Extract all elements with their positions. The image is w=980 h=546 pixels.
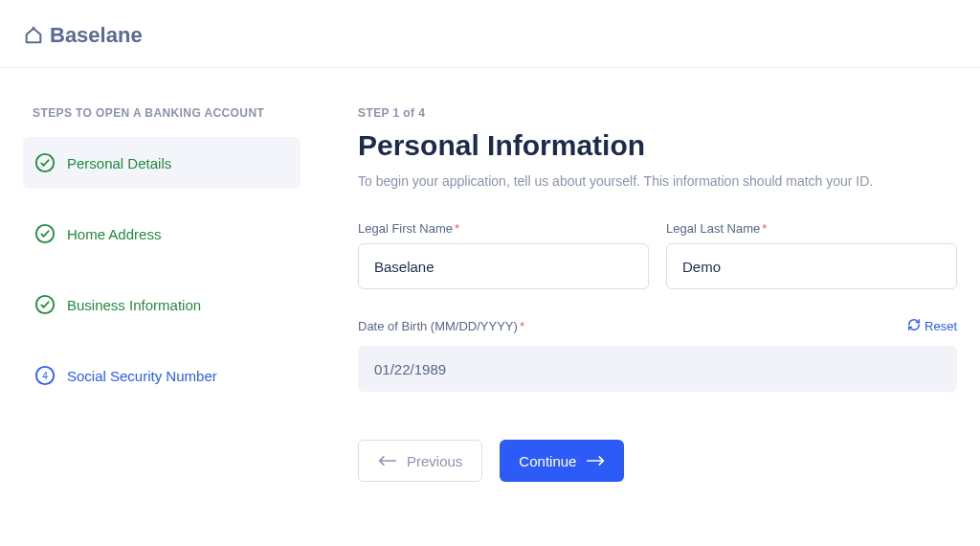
page-title: Personal Information [358, 129, 957, 162]
step-home-address[interactable]: Home Address [23, 208, 301, 260]
dob-label: Date of Birth (MM/DD/YYYY)* [358, 319, 524, 333]
check-circle-icon [34, 223, 56, 244]
first-name-input[interactable] [358, 243, 649, 289]
dob-input[interactable] [358, 346, 957, 392]
form-content: STEP 1 of 4 Personal Information To begi… [358, 106, 957, 482]
check-circle-icon [34, 152, 56, 173]
first-name-field: Legal First Name* [358, 221, 649, 289]
last-name-label: Legal Last Name* [666, 221, 957, 236]
dob-header: Date of Birth (MM/DD/YYYY)* Reset [358, 318, 957, 334]
page-subtitle: To begin your application, tell us about… [358, 173, 957, 189]
last-name-field: Legal Last Name* [666, 221, 957, 289]
continue-label: Continue [519, 453, 576, 469]
step-label: Personal Details [67, 155, 171, 171]
nav-buttons: Previous Continue [358, 440, 957, 482]
reset-button[interactable]: Reset [907, 318, 957, 334]
name-row: Legal First Name* Legal Last Name* [358, 221, 957, 289]
refresh-icon [907, 318, 921, 334]
first-name-label: Legal First Name* [358, 221, 649, 236]
step-list: Personal Details Home Address [23, 137, 301, 401]
previous-label: Previous [407, 453, 462, 469]
dob-block: Date of Birth (MM/DD/YYYY)* Reset [358, 318, 957, 392]
arrow-left-icon [378, 453, 397, 469]
previous-button[interactable]: Previous [358, 440, 482, 482]
step-business-information[interactable]: Business Information [23, 279, 301, 330]
brand-logo[interactable]: Baselane [23, 23, 957, 48]
required-marker: * [455, 221, 459, 236]
steps-sidebar: STEPS TO OPEN A BANKING ACCOUNT Personal… [23, 106, 301, 482]
step-counter: STEP 1 of 4 [358, 106, 957, 120]
arrow-right-icon [586, 453, 605, 469]
sidebar-heading: STEPS TO OPEN A BANKING ACCOUNT [23, 106, 301, 120]
step-social-security-number[interactable]: 4 Social Security Number [23, 350, 301, 401]
continue-button[interactable]: Continue [500, 440, 624, 482]
house-icon [23, 25, 44, 46]
main-layout: STEPS TO OPEN A BANKING ACCOUNT Personal… [0, 68, 980, 482]
step-number-icon: 4 [34, 365, 56, 386]
app-header: Baselane [0, 0, 980, 68]
step-label: Business Information [67, 297, 201, 313]
svg-point-0 [33, 27, 35, 30]
step-label: Home Address [67, 226, 161, 242]
required-marker: * [762, 221, 767, 236]
step-personal-details[interactable]: Personal Details [23, 137, 301, 189]
step-label: Social Security Number [67, 368, 217, 384]
reset-label: Reset [924, 319, 957, 333]
check-circle-icon [34, 294, 56, 315]
last-name-input[interactable] [666, 243, 957, 289]
brand-name: Baselane [50, 23, 143, 48]
svg-text:4: 4 [42, 371, 48, 381]
required-marker: * [520, 319, 524, 333]
